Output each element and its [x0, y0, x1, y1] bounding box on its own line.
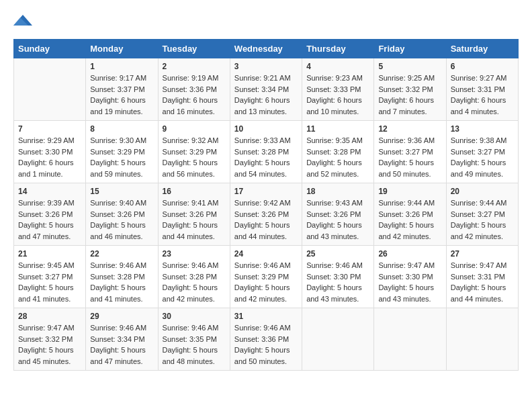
calendar-table: SundayMondayTuesdayWednesdayThursdayFrid…: [13, 39, 519, 371]
day-info: Sunrise: 9:19 AM Sunset: 3:36 PM Dayligh…: [163, 73, 226, 117]
day-info: Sunrise: 9:33 AM Sunset: 3:28 PM Dayligh…: [234, 135, 298, 179]
table-cell: 27Sunrise: 9:47 AM Sunset: 3:31 PM Dayli…: [446, 246, 518, 308]
table-cell: 16Sunrise: 9:41 AM Sunset: 3:26 PM Dayli…: [158, 183, 230, 246]
day-info: Sunrise: 9:32 AM Sunset: 3:29 PM Dayligh…: [163, 135, 226, 179]
table-cell: 24Sunrise: 9:46 AM Sunset: 3:29 PM Dayli…: [230, 246, 302, 308]
day-number: 25: [306, 249, 369, 259]
day-number: 11: [306, 124, 369, 134]
week-row-4: 21Sunrise: 9:45 AM Sunset: 3:27 PM Dayli…: [14, 246, 519, 308]
day-number: 16: [163, 187, 226, 196]
day-info: Sunrise: 9:17 AM Sunset: 3:37 PM Dayligh…: [90, 73, 153, 117]
day-number: 31: [234, 312, 298, 321]
header-tuesday: Tuesday: [158, 40, 230, 58]
week-row-2: 7Sunrise: 9:29 AM Sunset: 3:30 PM Daylig…: [14, 121, 519, 183]
day-number: 23: [163, 249, 226, 259]
day-info: Sunrise: 9:29 AM Sunset: 3:30 PM Dayligh…: [18, 135, 81, 179]
week-row-3: 14Sunrise: 9:39 AM Sunset: 3:26 PM Dayli…: [14, 183, 519, 246]
table-cell: 13Sunrise: 9:38 AM Sunset: 3:27 PM Dayli…: [446, 121, 518, 183]
logo: [13, 13, 35, 28]
header-friday: Friday: [374, 40, 446, 58]
day-info: Sunrise: 9:46 AM Sunset: 3:35 PM Dayligh…: [163, 322, 226, 367]
table-cell: 20Sunrise: 9:44 AM Sunset: 3:27 PM Dayli…: [446, 183, 518, 246]
day-info: Sunrise: 9:36 AM Sunset: 3:27 PM Dayligh…: [378, 135, 441, 179]
day-number: 9: [163, 124, 226, 134]
day-number: 7: [18, 124, 81, 134]
day-number: 20: [451, 187, 514, 196]
day-number: 2: [163, 62, 226, 71]
day-info: Sunrise: 9:47 AM Sunset: 3:30 PM Dayligh…: [378, 260, 441, 304]
table-cell: 2Sunrise: 9:19 AM Sunset: 3:36 PM Daylig…: [158, 58, 230, 121]
day-number: 12: [378, 124, 441, 134]
day-info: Sunrise: 9:46 AM Sunset: 3:34 PM Dayligh…: [90, 322, 153, 367]
calendar-header-row: SundayMondayTuesdayWednesdayThursdayFrid…: [14, 40, 519, 58]
day-info: Sunrise: 9:25 AM Sunset: 3:32 PM Dayligh…: [378, 73, 441, 117]
day-number: 29: [90, 312, 153, 321]
day-number: 4: [306, 62, 369, 71]
day-info: Sunrise: 9:41 AM Sunset: 3:26 PM Dayligh…: [163, 197, 226, 242]
table-cell: [14, 58, 86, 121]
table-cell: 29Sunrise: 9:46 AM Sunset: 3:34 PM Dayli…: [86, 308, 158, 371]
table-cell: 1Sunrise: 9:17 AM Sunset: 3:37 PM Daylig…: [86, 58, 158, 121]
day-number: 24: [234, 249, 298, 259]
table-cell: [446, 308, 518, 371]
day-info: Sunrise: 9:46 AM Sunset: 3:28 PM Dayligh…: [90, 260, 153, 304]
day-number: 14: [18, 187, 81, 196]
day-info: Sunrise: 9:46 AM Sunset: 3:28 PM Dayligh…: [163, 260, 226, 304]
day-number: 19: [378, 187, 441, 196]
day-info: Sunrise: 9:40 AM Sunset: 3:26 PM Dayligh…: [90, 197, 153, 242]
table-cell: 25Sunrise: 9:46 AM Sunset: 3:30 PM Dayli…: [302, 246, 374, 308]
table-cell: 15Sunrise: 9:40 AM Sunset: 3:26 PM Dayli…: [86, 183, 158, 246]
day-info: Sunrise: 9:46 AM Sunset: 3:36 PM Dayligh…: [234, 322, 298, 367]
day-info: Sunrise: 9:39 AM Sunset: 3:26 PM Dayligh…: [18, 197, 81, 242]
table-cell: 11Sunrise: 9:35 AM Sunset: 3:28 PM Dayli…: [302, 121, 374, 183]
day-number: 17: [234, 187, 298, 196]
day-info: Sunrise: 9:47 AM Sunset: 3:31 PM Dayligh…: [451, 260, 514, 304]
header-monday: Monday: [86, 40, 158, 58]
day-info: Sunrise: 9:46 AM Sunset: 3:29 PM Dayligh…: [234, 260, 298, 304]
day-info: Sunrise: 9:38 AM Sunset: 3:27 PM Dayligh…: [451, 135, 514, 179]
day-number: 1: [90, 62, 153, 71]
day-info: Sunrise: 9:43 AM Sunset: 3:26 PM Dayligh…: [306, 197, 369, 242]
table-cell: 8Sunrise: 9:30 AM Sunset: 3:29 PM Daylig…: [86, 121, 158, 183]
day-info: Sunrise: 9:30 AM Sunset: 3:29 PM Dayligh…: [90, 135, 153, 179]
table-cell: 18Sunrise: 9:43 AM Sunset: 3:26 PM Dayli…: [302, 183, 374, 246]
table-cell: 9Sunrise: 9:32 AM Sunset: 3:29 PM Daylig…: [158, 121, 230, 183]
day-info: Sunrise: 9:23 AM Sunset: 3:33 PM Dayligh…: [306, 73, 369, 117]
day-number: 30: [163, 312, 226, 321]
day-number: 27: [451, 249, 514, 259]
table-cell: 30Sunrise: 9:46 AM Sunset: 3:35 PM Dayli…: [158, 308, 230, 371]
header-saturday: Saturday: [446, 40, 518, 58]
week-row-5: 28Sunrise: 9:47 AM Sunset: 3:32 PM Dayli…: [14, 308, 519, 371]
day-info: Sunrise: 9:45 AM Sunset: 3:27 PM Dayligh…: [18, 260, 81, 304]
day-info: Sunrise: 9:27 AM Sunset: 3:31 PM Dayligh…: [451, 73, 514, 117]
table-cell: 19Sunrise: 9:44 AM Sunset: 3:26 PM Dayli…: [374, 183, 446, 246]
table-cell: 28Sunrise: 9:47 AM Sunset: 3:32 PM Dayli…: [14, 308, 86, 371]
table-cell: [374, 308, 446, 371]
day-number: 5: [378, 62, 441, 71]
table-cell: 17Sunrise: 9:42 AM Sunset: 3:26 PM Dayli…: [230, 183, 302, 246]
day-info: Sunrise: 9:44 AM Sunset: 3:27 PM Dayligh…: [451, 197, 514, 242]
table-cell: 5Sunrise: 9:25 AM Sunset: 3:32 PM Daylig…: [374, 58, 446, 121]
header-thursday: Thursday: [302, 40, 374, 58]
table-cell: 14Sunrise: 9:39 AM Sunset: 3:26 PM Dayli…: [14, 183, 86, 246]
day-number: 15: [90, 187, 153, 196]
day-number: 13: [451, 124, 514, 134]
day-info: Sunrise: 9:47 AM Sunset: 3:32 PM Dayligh…: [18, 322, 81, 367]
table-cell: 23Sunrise: 9:46 AM Sunset: 3:28 PM Dayli…: [158, 246, 230, 308]
table-cell: 12Sunrise: 9:36 AM Sunset: 3:27 PM Dayli…: [374, 121, 446, 183]
table-cell: 26Sunrise: 9:47 AM Sunset: 3:30 PM Dayli…: [374, 246, 446, 308]
table-cell: 7Sunrise: 9:29 AM Sunset: 3:30 PM Daylig…: [14, 121, 86, 183]
day-info: Sunrise: 9:21 AM Sunset: 3:34 PM Dayligh…: [234, 73, 298, 117]
table-cell: [302, 308, 374, 371]
table-cell: 10Sunrise: 9:33 AM Sunset: 3:28 PM Dayli…: [230, 121, 302, 183]
table-cell: 22Sunrise: 9:46 AM Sunset: 3:28 PM Dayli…: [86, 246, 158, 308]
day-info: Sunrise: 9:42 AM Sunset: 3:26 PM Dayligh…: [234, 197, 298, 242]
day-number: 21: [18, 249, 81, 259]
week-row-1: 1Sunrise: 9:17 AM Sunset: 3:37 PM Daylig…: [14, 58, 519, 121]
table-cell: 31Sunrise: 9:46 AM Sunset: 3:36 PM Dayli…: [230, 308, 302, 371]
table-cell: 3Sunrise: 9:21 AM Sunset: 3:34 PM Daylig…: [230, 58, 302, 121]
logo-icon: [13, 13, 32, 28]
table-cell: 21Sunrise: 9:45 AM Sunset: 3:27 PM Dayli…: [14, 246, 86, 308]
table-cell: 4Sunrise: 9:23 AM Sunset: 3:33 PM Daylig…: [302, 58, 374, 121]
page-header: [13, 13, 519, 28]
